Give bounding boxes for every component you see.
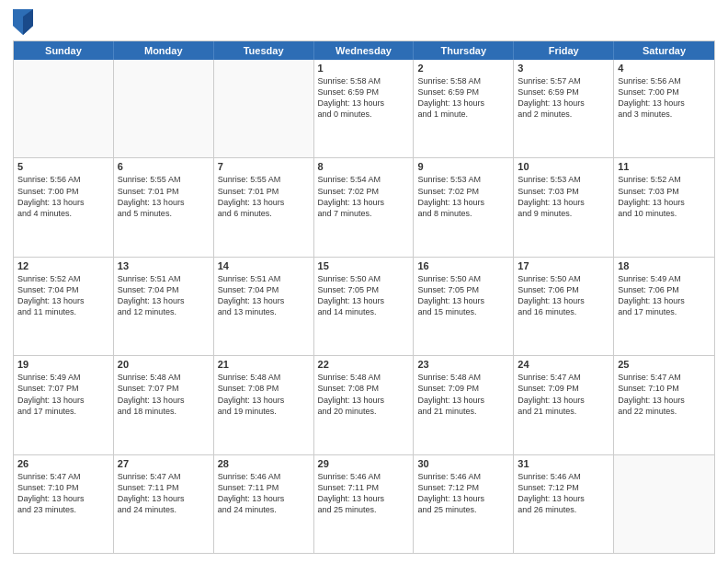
day-number: 29 <box>318 458 410 469</box>
cell-info-text: Sunrise: 5:49 AM Sunset: 7:06 PM Dayligh… <box>618 273 711 318</box>
day-number: 9 <box>417 161 509 172</box>
cell-info-text: Sunrise: 5:56 AM Sunset: 7:00 PM Dayligh… <box>17 174 109 219</box>
cell-info-text: Sunrise: 5:55 AM Sunset: 7:01 PM Dayligh… <box>118 174 210 219</box>
cell-info-text: Sunrise: 5:51 AM Sunset: 7:04 PM Dayligh… <box>118 273 210 318</box>
day-number: 14 <box>218 260 310 271</box>
day-number: 16 <box>417 260 509 271</box>
calendar-cell: 1Sunrise: 5:58 AM Sunset: 6:59 PM Daylig… <box>314 60 415 157</box>
day-number: 27 <box>118 458 210 469</box>
calendar-cell: 18Sunrise: 5:49 AM Sunset: 7:06 PM Dayli… <box>614 258 714 355</box>
cell-info-text: Sunrise: 5:52 AM Sunset: 7:04 PM Dayligh… <box>17 273 109 318</box>
day-number: 17 <box>518 260 609 271</box>
calendar-cell: 7Sunrise: 5:55 AM Sunset: 7:01 PM Daylig… <box>214 158 314 256</box>
cell-info-text: Sunrise: 5:46 AM Sunset: 7:11 PM Dayligh… <box>218 471 310 516</box>
calendar-header-cell: Friday <box>514 41 614 60</box>
cell-info-text: Sunrise: 5:53 AM Sunset: 7:03 PM Dayligh… <box>518 174 609 219</box>
calendar-cell: 6Sunrise: 5:55 AM Sunset: 7:01 PM Daylig… <box>114 158 214 256</box>
cell-info-text: Sunrise: 5:54 AM Sunset: 7:02 PM Dayligh… <box>318 174 410 219</box>
day-number: 20 <box>118 359 210 370</box>
calendar-header-cell: Saturday <box>614 41 714 60</box>
cell-info-text: Sunrise: 5:48 AM Sunset: 7:08 PM Dayligh… <box>218 372 310 417</box>
cell-info-text: Sunrise: 5:48 AM Sunset: 7:07 PM Dayligh… <box>118 372 210 417</box>
cell-info-text: Sunrise: 5:50 AM Sunset: 7:05 PM Dayligh… <box>417 273 509 318</box>
calendar-cell: 22Sunrise: 5:48 AM Sunset: 7:08 PM Dayli… <box>314 356 415 454</box>
calendar-cell <box>114 60 214 157</box>
day-number: 25 <box>618 359 711 370</box>
calendar-cell: 13Sunrise: 5:51 AM Sunset: 7:04 PM Dayli… <box>114 258 214 355</box>
day-number: 10 <box>518 161 609 172</box>
day-number: 8 <box>318 161 410 172</box>
calendar-cell: 24Sunrise: 5:47 AM Sunset: 7:09 PM Dayli… <box>514 356 614 454</box>
cell-info-text: Sunrise: 5:56 AM Sunset: 7:00 PM Dayligh… <box>618 75 711 121</box>
calendar-cell: 10Sunrise: 5:53 AM Sunset: 7:03 PM Dayli… <box>514 158 614 256</box>
day-number: 15 <box>318 260 410 271</box>
calendar-cell: 5Sunrise: 5:56 AM Sunset: 7:00 PM Daylig… <box>14 158 114 256</box>
calendar-cell: 4Sunrise: 5:56 AM Sunset: 7:00 PM Daylig… <box>614 60 714 157</box>
calendar-cell <box>614 455 714 553</box>
cell-info-text: Sunrise: 5:52 AM Sunset: 7:03 PM Dayligh… <box>618 174 711 219</box>
calendar-week-row: 5Sunrise: 5:56 AM Sunset: 7:00 PM Daylig… <box>14 157 714 256</box>
day-number: 6 <box>118 161 210 172</box>
cell-info-text: Sunrise: 5:47 AM Sunset: 7:10 PM Dayligh… <box>618 372 711 417</box>
day-number: 31 <box>518 458 609 469</box>
calendar-week-row: 12Sunrise: 5:52 AM Sunset: 7:04 PM Dayli… <box>14 257 714 355</box>
cell-info-text: Sunrise: 5:47 AM Sunset: 7:09 PM Dayligh… <box>518 372 609 417</box>
page: SundayMondayTuesdayWednesdayThursdayFrid… <box>0 0 728 563</box>
day-number: 30 <box>417 458 509 469</box>
calendar-cell: 26Sunrise: 5:47 AM Sunset: 7:10 PM Dayli… <box>14 455 114 553</box>
cell-info-text: Sunrise: 5:50 AM Sunset: 7:05 PM Dayligh… <box>318 273 410 318</box>
day-number: 12 <box>17 260 109 271</box>
calendar-header-cell: Thursday <box>414 41 514 60</box>
day-number: 18 <box>618 260 711 271</box>
day-number: 4 <box>618 63 711 74</box>
calendar-cell <box>214 60 314 157</box>
day-number: 1 <box>318 63 410 74</box>
cell-info-text: Sunrise: 5:55 AM Sunset: 7:01 PM Dayligh… <box>218 174 310 219</box>
cell-info-text: Sunrise: 5:46 AM Sunset: 7:11 PM Dayligh… <box>318 471 410 516</box>
cell-info-text: Sunrise: 5:58 AM Sunset: 6:59 PM Dayligh… <box>417 75 509 121</box>
logo-icon <box>13 9 33 35</box>
day-number: 19 <box>17 359 109 370</box>
calendar-cell: 12Sunrise: 5:52 AM Sunset: 7:04 PM Dayli… <box>14 258 114 355</box>
calendar-cell <box>14 60 114 157</box>
cell-info-text: Sunrise: 5:57 AM Sunset: 6:59 PM Dayligh… <box>518 75 609 121</box>
calendar-header-cell: Wednesday <box>314 41 415 60</box>
day-number: 23 <box>417 359 509 370</box>
calendar-cell: 28Sunrise: 5:46 AM Sunset: 7:11 PM Dayli… <box>214 455 314 553</box>
logo <box>13 9 37 35</box>
calendar-cell: 20Sunrise: 5:48 AM Sunset: 7:07 PM Dayli… <box>114 356 214 454</box>
day-number: 24 <box>518 359 609 370</box>
cell-info-text: Sunrise: 5:50 AM Sunset: 7:06 PM Dayligh… <box>518 273 609 318</box>
cell-info-text: Sunrise: 5:49 AM Sunset: 7:07 PM Dayligh… <box>17 372 109 417</box>
day-number: 11 <box>618 161 711 172</box>
day-number: 7 <box>218 161 310 172</box>
calendar: SundayMondayTuesdayWednesdayThursdayFrid… <box>13 40 715 554</box>
calendar-cell: 11Sunrise: 5:52 AM Sunset: 7:03 PM Dayli… <box>614 158 714 256</box>
calendar-header-cell: Monday <box>114 41 214 60</box>
calendar-cell: 14Sunrise: 5:51 AM Sunset: 7:04 PM Dayli… <box>214 258 314 355</box>
calendar-cell: 31Sunrise: 5:46 AM Sunset: 7:12 PM Dayli… <box>514 455 614 553</box>
cell-info-text: Sunrise: 5:51 AM Sunset: 7:04 PM Dayligh… <box>218 273 310 318</box>
calendar-cell: 21Sunrise: 5:48 AM Sunset: 7:08 PM Dayli… <box>214 356 314 454</box>
calendar-cell: 2Sunrise: 5:58 AM Sunset: 6:59 PM Daylig… <box>414 60 514 157</box>
cell-info-text: Sunrise: 5:58 AM Sunset: 6:59 PM Dayligh… <box>318 75 410 121</box>
day-number: 28 <box>218 458 310 469</box>
calendar-week-row: 1Sunrise: 5:58 AM Sunset: 6:59 PM Daylig… <box>14 60 714 157</box>
calendar-cell: 19Sunrise: 5:49 AM Sunset: 7:07 PM Dayli… <box>14 356 114 454</box>
calendar-week-row: 26Sunrise: 5:47 AM Sunset: 7:10 PM Dayli… <box>14 454 714 553</box>
cell-info-text: Sunrise: 5:48 AM Sunset: 7:09 PM Dayligh… <box>417 372 509 417</box>
calendar-cell: 9Sunrise: 5:53 AM Sunset: 7:02 PM Daylig… <box>414 158 514 256</box>
day-number: 21 <box>218 359 310 370</box>
day-number: 5 <box>17 161 109 172</box>
cell-info-text: Sunrise: 5:47 AM Sunset: 7:10 PM Dayligh… <box>17 471 109 516</box>
day-number: 13 <box>118 260 210 271</box>
calendar-cell: 30Sunrise: 5:46 AM Sunset: 7:12 PM Dayli… <box>414 455 514 553</box>
calendar-cell: 29Sunrise: 5:46 AM Sunset: 7:11 PM Dayli… <box>314 455 415 553</box>
calendar-body: 1Sunrise: 5:58 AM Sunset: 6:59 PM Daylig… <box>14 60 714 553</box>
calendar-cell: 3Sunrise: 5:57 AM Sunset: 6:59 PM Daylig… <box>514 60 614 157</box>
calendar-cell: 25Sunrise: 5:47 AM Sunset: 7:10 PM Dayli… <box>614 356 714 454</box>
calendar-header-cell: Tuesday <box>214 41 314 60</box>
day-number: 2 <box>417 63 509 74</box>
cell-info-text: Sunrise: 5:46 AM Sunset: 7:12 PM Dayligh… <box>417 471 509 516</box>
day-number: 3 <box>518 63 609 74</box>
